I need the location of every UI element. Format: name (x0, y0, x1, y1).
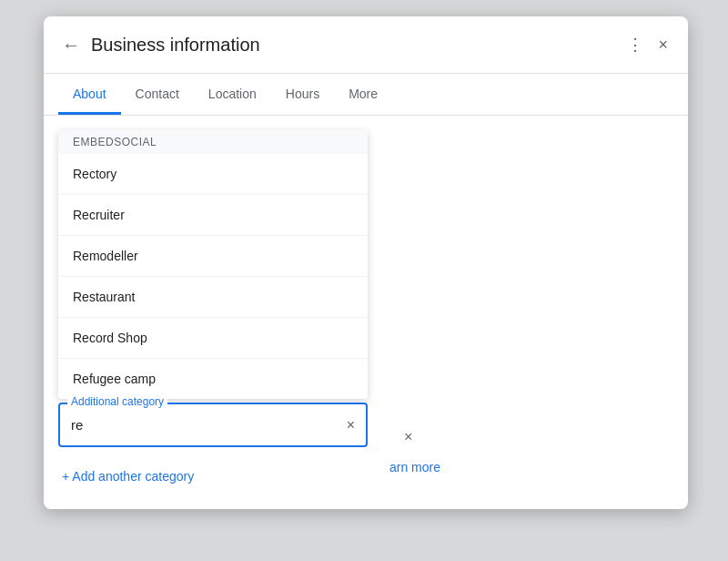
additional-category-section: Additional category × (58, 403, 368, 447)
suggestion-restaurant[interactable]: Restaurant (58, 277, 368, 318)
additional-category-clear-button[interactable]: × (343, 413, 359, 437)
additional-category-input-wrapper: × (58, 403, 368, 447)
header-actions: ⋮ × (622, 29, 673, 60)
tab-hours[interactable]: Hours (271, 74, 334, 115)
primary-category-clear-button[interactable]: × (397, 422, 420, 453)
close-button[interactable]: × (652, 30, 673, 60)
suggestion-rectory[interactable]: Rectory (58, 154, 368, 195)
business-info-dialog: ← Business information ⋮ × About Contact… (44, 16, 688, 509)
suggestion-remodeller[interactable]: Remodeller (58, 236, 368, 277)
tab-more[interactable]: More (334, 74, 392, 115)
tab-about[interactable]: About (58, 74, 121, 115)
more-options-button[interactable]: ⋮ (622, 29, 649, 60)
additional-category-input[interactable] (60, 404, 366, 445)
add-another-category-button[interactable]: + Add another category (58, 458, 197, 495)
suggestions-header: EmbedSocial (58, 130, 368, 154)
suggestion-refugee-camp[interactable]: Refugee camp (58, 359, 368, 399)
learn-more-text: arn more (389, 460, 440, 474)
right-section: × arn more (382, 130, 673, 495)
additional-category-label: Additional category (67, 395, 167, 408)
left-section: EmbedSocial Rectory Recruiter Remodeller… (58, 130, 368, 495)
suggestion-record-shop[interactable]: Record Shop (58, 318, 368, 359)
tab-location[interactable]: Location (194, 74, 271, 115)
suggestions-box: EmbedSocial Rectory Recruiter Remodeller… (58, 130, 368, 399)
suggestion-recruiter[interactable]: Recruiter (58, 195, 368, 236)
dialog-body: EmbedSocial Rectory Recruiter Remodeller… (44, 116, 688, 509)
tabs-bar: About Contact Location Hours More (44, 74, 688, 116)
dialog-title: Business information (91, 35, 622, 56)
dialog-header: ← Business information ⋮ × (44, 16, 688, 74)
tab-contact[interactable]: Contact (121, 74, 194, 115)
body-content: EmbedSocial Rectory Recruiter Remodeller… (58, 130, 673, 495)
learn-more-link[interactable]: arn more (389, 460, 666, 474)
back-button[interactable]: ← (58, 31, 84, 59)
